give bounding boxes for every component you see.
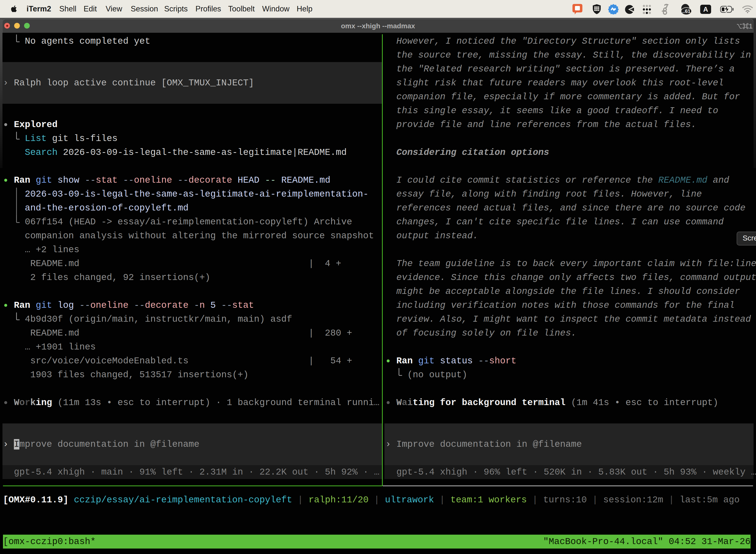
- svg-text:..61: ..61: [682, 8, 690, 14]
- svg-text:A: A: [703, 6, 708, 13]
